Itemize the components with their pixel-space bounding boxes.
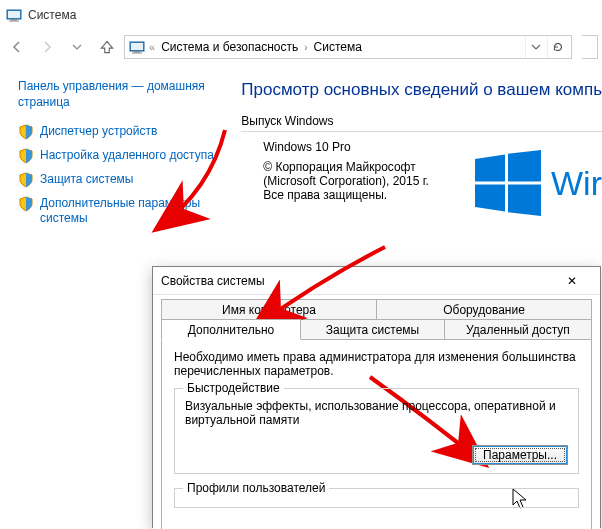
- tab-remote[interactable]: Удаленный доступ: [444, 319, 592, 340]
- sidebar-item-label: Дополнительные параметры системы: [40, 196, 229, 226]
- sidebar-item-label: Диспетчер устройств: [40, 124, 157, 139]
- window-titlebar: Система: [0, 0, 602, 30]
- address-dropdown-button[interactable]: [525, 36, 545, 58]
- nav-back-button[interactable]: [4, 34, 30, 60]
- svg-rect-6: [134, 51, 140, 53]
- control-panel-home-link[interactable]: Панель управления — домашняя страница: [18, 78, 229, 110]
- svg-marker-11: [508, 185, 541, 217]
- nav-up-button[interactable]: [94, 34, 120, 60]
- nav-recent-button[interactable]: [64, 34, 90, 60]
- svg-marker-8: [475, 155, 505, 182]
- sidebar-item-advanced-settings[interactable]: Дополнительные параметры системы: [18, 196, 229, 226]
- dialog-body: Имя компьютера Оборудование Дополнительн…: [153, 295, 600, 529]
- tab-advanced[interactable]: Дополнительно: [161, 319, 301, 340]
- admin-note-text: Необходимо иметь права администратора дл…: [174, 350, 579, 378]
- tabs-row-bottom: Дополнительно Защита системы Удаленный д…: [161, 319, 592, 340]
- toolbar: « Система и безопасность › Система: [0, 30, 602, 64]
- nav-forward-button[interactable]: [34, 34, 60, 60]
- shield-icon: [18, 124, 34, 140]
- crumb-prefix: «: [149, 41, 155, 53]
- refresh-button[interactable]: [547, 36, 567, 58]
- crumb-level2[interactable]: Система: [312, 40, 364, 54]
- edition-group-header: Выпуск Windows: [241, 114, 602, 132]
- sidebar-item-label: Настройка удаленного доступа: [40, 148, 214, 163]
- dialog-close-button[interactable]: ✕: [552, 268, 592, 294]
- svg-rect-2: [11, 19, 17, 21]
- tabs-row-top: Имя компьютера Оборудование: [161, 299, 592, 320]
- user-profiles-legend: Профили пользователей: [183, 481, 329, 495]
- system-properties-dialog: Свойства системы ✕ Имя компьютера Оборуд…: [152, 266, 601, 528]
- performance-legend: Быстродействие: [183, 381, 284, 395]
- dialog-titlebar[interactable]: Свойства системы ✕: [153, 267, 600, 295]
- svg-marker-10: [475, 185, 505, 212]
- shield-icon: [18, 196, 34, 212]
- dialog-title: Свойства системы: [161, 274, 265, 288]
- sidebar: Панель управления — домашняя страница Ди…: [0, 64, 235, 240]
- tab-hardware[interactable]: Оборудование: [376, 299, 592, 320]
- system-icon: [129, 39, 145, 55]
- page-heading: Просмотр основных сведений о вашем компь: [241, 80, 602, 100]
- sidebar-item-device-manager[interactable]: Диспетчер устройств: [18, 124, 229, 140]
- tab-system-protection[interactable]: Защита системы: [300, 319, 445, 340]
- svg-rect-1: [8, 11, 20, 18]
- chevron-right-icon[interactable]: ›: [304, 42, 307, 53]
- system-icon: [6, 7, 22, 23]
- svg-rect-3: [9, 21, 19, 22]
- sidebar-item-system-protection[interactable]: Защита системы: [18, 172, 229, 188]
- search-box-edge[interactable]: [582, 35, 598, 59]
- shield-icon: [18, 148, 34, 164]
- svg-marker-9: [508, 150, 541, 182]
- windows-logo-text: Wir: [551, 164, 602, 203]
- performance-settings-button[interactable]: Параметры...: [472, 445, 568, 465]
- window-title: Система: [28, 8, 76, 22]
- copyright-text: © Корпорация Майкрософт (Microsoft Corpo…: [241, 160, 431, 202]
- sidebar-item-label: Защита системы: [40, 172, 133, 187]
- shield-icon: [18, 172, 34, 188]
- edition-value: Windows 10 Pro: [241, 140, 431, 154]
- svg-rect-7: [132, 53, 142, 54]
- tab-computer-name[interactable]: Имя компьютера: [161, 299, 377, 320]
- user-profiles-group: Профили пользователей: [174, 488, 579, 508]
- sidebar-item-remote-settings[interactable]: Настройка удаленного доступа: [18, 148, 229, 164]
- svg-rect-5: [131, 43, 143, 50]
- performance-text: Визуальные эффекты, использование процес…: [185, 399, 568, 427]
- windows-logo: Wir: [475, 150, 602, 216]
- tab-panel-advanced: Необходимо иметь права администратора дл…: [161, 340, 592, 529]
- performance-group: Быстродействие Визуальные эффекты, испол…: [174, 388, 579, 474]
- crumb-level1[interactable]: Система и безопасность: [159, 40, 300, 54]
- address-bar[interactable]: « Система и безопасность › Система: [124, 35, 572, 59]
